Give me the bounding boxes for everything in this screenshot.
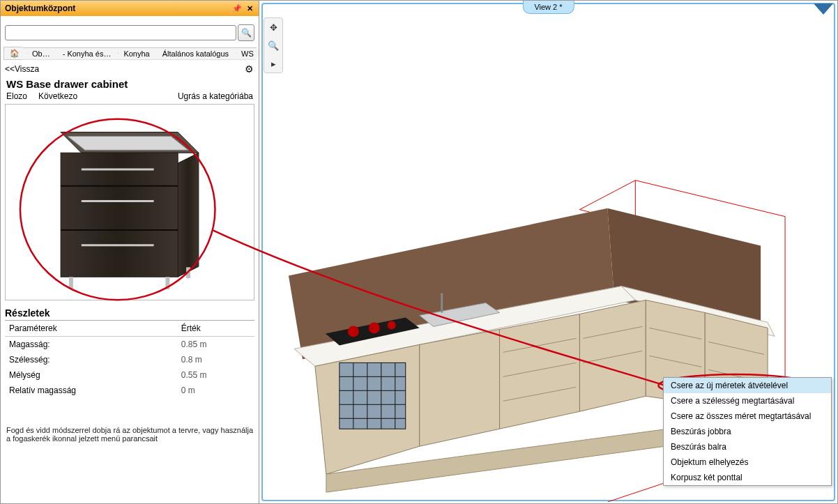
orbit-tool-icon[interactable]: ▸ bbox=[267, 57, 280, 70]
nav-jump[interactable]: Ugrás a kategóriába bbox=[178, 91, 253, 101]
svg-marker-2 bbox=[178, 153, 199, 277]
svg-point-24 bbox=[369, 322, 380, 333]
svg-line-12 bbox=[635, 181, 785, 217]
col-value: Érték bbox=[177, 321, 254, 337]
col-param: Paraméterek bbox=[5, 321, 177, 337]
back-link[interactable]: <<Vissza bbox=[5, 64, 39, 74]
properties-table: Paraméterek Érték Magasság: 0.85 m Széle… bbox=[5, 321, 254, 398]
menu-item-swap-new-sizes[interactable]: Csere az új méretek átvételével bbox=[664, 378, 831, 393]
pin-icon[interactable]: 📌 bbox=[232, 3, 242, 13]
svg-marker-29 bbox=[420, 329, 500, 446]
svg-rect-43 bbox=[340, 362, 406, 429]
svg-rect-10 bbox=[165, 277, 169, 289]
table-row: Relatív magasság 0 m bbox=[5, 383, 254, 398]
panel-title: Objektumközpont bbox=[5, 3, 229, 13]
app-root: Objektumközpont 📌 ✕ 🔍 🏠 Ob… - Konyha és…… bbox=[0, 0, 838, 504]
preview-svg bbox=[6, 105, 254, 298]
menu-item-corpus-two-points[interactable]: Korpusz két ponttal bbox=[664, 470, 831, 485]
object-preview[interactable] bbox=[5, 104, 254, 300]
object-title: WS Base drawer cabinet bbox=[1, 77, 259, 91]
gear-icon[interactable]: ⚙ bbox=[245, 64, 254, 74]
close-icon[interactable]: ✕ bbox=[245, 3, 254, 13]
menu-item-swap-keep-width[interactable]: Csere a szélesség megtartásával bbox=[664, 393, 831, 408]
search-row: 🔍 bbox=[1, 16, 259, 45]
view-tab[interactable]: View 2 * bbox=[522, 1, 574, 14]
pan-tool-icon[interactable]: ✥ bbox=[267, 21, 280, 33]
menu-item-insert-left[interactable]: Beszúrás balra bbox=[664, 439, 831, 455]
svg-point-25 bbox=[388, 321, 396, 329]
svg-marker-31 bbox=[579, 300, 646, 411]
panel-header: Objektumközpont 📌 ✕ bbox=[1, 1, 259, 16]
svg-marker-1 bbox=[68, 136, 188, 150]
search-button[interactable]: 🔍 bbox=[238, 24, 254, 41]
viewport-3d[interactable]: View 2 * ✥ 🔍 ▸ bbox=[259, 1, 837, 503]
viewport-toolbar: ✥ 🔍 ▸ bbox=[264, 17, 283, 73]
svg-rect-9 bbox=[69, 277, 73, 289]
search-icon: 🔍 bbox=[241, 28, 252, 38]
crumb-item[interactable]: Konyha bbox=[113, 47, 157, 60]
svg-line-17 bbox=[579, 181, 635, 210]
hint-text: Fogd és vidd módszerrel dobja rá az obje… bbox=[1, 398, 259, 448]
table-row: Mélység 0.55 m bbox=[5, 367, 254, 383]
nav-links: Elozo Következo Ugrás a kategóriába bbox=[1, 91, 259, 104]
menu-item-insert-right[interactable]: Beszúrás jobbra bbox=[664, 424, 831, 439]
context-menu: Csere az új méretek átvételével Csere a … bbox=[663, 377, 832, 486]
svg-point-23 bbox=[348, 326, 359, 337]
menu-item-place-object[interactable]: Objektum elhelyezés bbox=[664, 455, 831, 470]
svg-marker-30 bbox=[500, 314, 580, 429]
zoom-tool-icon[interactable]: 🔍 bbox=[267, 39, 280, 52]
crumb-item[interactable]: Általános katalógus bbox=[152, 47, 236, 60]
object-center-panel: Objektumközpont 📌 ✕ 🔍 🏠 Ob… - Konyha és…… bbox=[1, 1, 259, 503]
table-row: Magasság: 0.85 m bbox=[5, 337, 254, 353]
svg-rect-11 bbox=[186, 267, 190, 278]
svg-rect-3 bbox=[61, 153, 178, 277]
crumb-item[interactable]: - Konyha és… bbox=[52, 47, 119, 60]
home-icon: 🏠 bbox=[10, 49, 20, 57]
nav-next[interactable]: Következo bbox=[38, 91, 77, 101]
breadcrumb: 🏠 Ob… - Konyha és… Konyha Általános kata… bbox=[1, 45, 259, 61]
nav-prev[interactable]: Elozo bbox=[6, 91, 27, 101]
table-row: Szélesség: 0.8 m bbox=[5, 352, 254, 367]
search-input[interactable] bbox=[5, 25, 236, 40]
details-header: Részletek bbox=[5, 307, 254, 321]
back-row: <<Vissza ⚙ bbox=[1, 61, 259, 77]
menu-item-swap-keep-all[interactable]: Csere az összes méret megtartásával bbox=[664, 408, 831, 424]
